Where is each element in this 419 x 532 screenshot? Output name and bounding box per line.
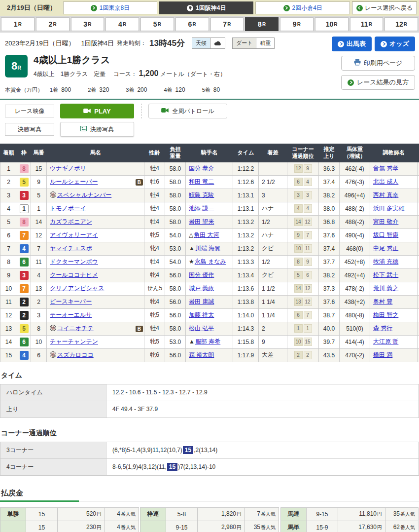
race-tab[interactable]: 3R	[71, 17, 105, 31]
play-video-button[interactable]: PLAY	[60, 104, 134, 118]
race-tab[interactable]: 9R	[280, 17, 314, 31]
entry-table-button[interactable]: 出馬表	[332, 37, 372, 51]
horse-name-link[interactable]: スズカロココ	[57, 351, 94, 358]
col-time: タイム	[233, 144, 259, 162]
horse-name-link[interactable]: ピースキーパー	[50, 298, 92, 305]
day-tab-hanshin-active[interactable]: 1回阪神4日	[159, 1, 253, 14]
prize-list: 1着800 2着320 3着200 4着120 5着80	[50, 86, 220, 94]
sex-age-cell: 牝6	[144, 348, 165, 362]
day-tab-tokyo[interactable]: 1回東京8日	[63, 1, 157, 14]
time-cell: 1:14.3	[233, 322, 259, 335]
race-tab[interactable]: 11R	[350, 17, 384, 31]
trainer-link[interactable]: 音無 秀孝	[373, 165, 398, 172]
last3f-cell: 36.3	[319, 162, 340, 175]
win-amount: 520円	[58, 507, 105, 521]
race-tab[interactable]: 8R	[245, 17, 279, 31]
jockey-link[interactable]: 鮫島 克駿	[189, 191, 214, 198]
trainer-link[interactable]: 牧浦 充徳	[373, 258, 398, 265]
race-tab-suffix: R	[53, 22, 56, 27]
horse-name-link[interactable]: ルールシェーバー	[50, 178, 98, 185]
trainer-link[interactable]: 森 秀行	[373, 325, 392, 332]
entry-table-label: 出馬表	[347, 39, 366, 48]
corner-table: 3コーナー (6,*8)5-1,4(3,9)11,12(10,7)15,2(13…	[0, 442, 419, 476]
body-weight-cell: 496(+4)	[340, 189, 370, 202]
race-tab-number: 12	[395, 20, 403, 28]
jockey-link[interactable]: 川端 海翼	[195, 245, 220, 252]
jockey-link[interactable]: 永島 まなみ	[195, 258, 226, 265]
odds-button[interactable]: オッズ	[375, 37, 415, 51]
horse-name-link[interactable]: トモノボーイ	[50, 205, 86, 212]
exacta-popularity: 62番人気	[385, 521, 419, 532]
weight-carried-cell: 53.0	[165, 335, 186, 348]
jockey-link[interactable]: 和田 竜二	[189, 178, 214, 185]
trainer-link[interactable]: 坂口 智康	[373, 231, 398, 238]
race-tab[interactable]: 10R	[315, 17, 349, 31]
horse-name-link[interactable]: アイヴォリーアイ	[50, 231, 98, 238]
margin-cell: 大差	[259, 348, 287, 362]
trainer-link[interactable]: 橋田 満	[373, 351, 392, 358]
jockey-link[interactable]: 松山 弘平	[189, 325, 214, 332]
back-to-race-select-button[interactable]: レース選択へ戻る	[352, 1, 417, 14]
trainer-link[interactable]: 宮田 敬介	[373, 218, 398, 225]
trainer-link[interactable]: 松下 武士	[373, 271, 398, 278]
body-weight-cell: 480(-8)	[340, 308, 370, 322]
prize-item: 3着200	[126, 86, 147, 94]
horse-name-link[interactable]: スペシャルナンバー	[57, 191, 111, 198]
jockey-link[interactable]: 角田 大河	[194, 231, 219, 238]
race-tab[interactable]: 6R	[175, 17, 209, 31]
horse-name-link[interactable]: カズラポニアン	[50, 218, 92, 225]
sex-age-cell: 牝4	[144, 295, 165, 308]
trainer-link[interactable]: 奥村 豊	[373, 298, 392, 305]
horse-name-link[interactable]: ヤマイチエスポ	[50, 245, 92, 252]
jockey-link[interactable]: 加藤 祥太	[189, 311, 214, 318]
jockey-link[interactable]: 国分 優作	[189, 271, 214, 278]
finish-pos-cell: 6	[0, 228, 17, 242]
race-tab[interactable]: 5R	[140, 17, 174, 31]
horse-no-cell: 14	[31, 215, 47, 228]
jockey-link[interactable]: 森 裕太朗	[189, 351, 214, 358]
corner3-pos: 10	[294, 338, 303, 346]
horse-name-link[interactable]: クリノアンビシャス	[50, 285, 105, 292]
trainer-link[interactable]: 荒川 義之	[373, 285, 398, 292]
trainer-link[interactable]: 北出 成人	[373, 178, 398, 185]
horse-name-cell: チャーチャンテン	[47, 335, 144, 348]
printer-icon	[354, 59, 361, 67]
trainer-link[interactable]: 浜田 多実雄	[373, 205, 404, 212]
patrol-video-button[interactable]: 全周パトロール	[148, 104, 227, 118]
print-page-button[interactable]: 印刷用ページ	[341, 56, 415, 71]
jockey-link[interactable]: 国分 恭介	[189, 165, 214, 172]
finish-pos-cell: 4	[0, 202, 17, 215]
jockey-link[interactable]: 服部 寿希	[195, 338, 220, 345]
win-popularity-cell: 3	[418, 228, 419, 242]
jockey-link[interactable]: 岩田 望来	[189, 218, 214, 225]
race-header: 2023年2月19日（日曜） 1回阪神4日 発走時刻： 13時45分 天候 ダー…	[0, 33, 419, 100]
jockey-link[interactable]: 池添 謙一	[189, 205, 214, 212]
prize-place: 2着	[88, 86, 96, 94]
results-guide-button[interactable]: レース結果の見方	[341, 75, 415, 90]
horse-name-link[interactable]: ウナギノボリ	[50, 165, 86, 172]
race-tab[interactable]: 7R	[210, 17, 244, 31]
horse-name-link[interactable]: コイニオチテ	[57, 325, 94, 332]
trainer-link[interactable]: 西村 真幸	[373, 191, 398, 198]
jockey-link[interactable]: 岩田 康誠	[189, 298, 214, 305]
race-tab[interactable]: 2R	[36, 17, 70, 31]
result-row: 4 1 1 トモノボーイ 牡4 58.0 池添 謙一 1:13.1 ハナ 44 …	[0, 202, 419, 215]
race-tab-suffix: R	[227, 22, 231, 27]
jockey-link[interactable]: 城戸 義政	[189, 285, 214, 292]
finish-photo-button[interactable]: 決勝写真	[60, 122, 134, 137]
horse-name-link[interactable]: テーオーエルサ	[50, 311, 92, 318]
day-tab-kokura[interactable]: 2回小倉4日	[255, 1, 349, 14]
race-date-text: 2023年2月19日（日曜） 1回阪神4日	[5, 39, 114, 48]
race-tab[interactable]: 1R	[1, 17, 35, 31]
wide-popularity: 35番人気	[245, 521, 279, 532]
horse-name-link[interactable]: チャーチャンテン	[50, 338, 98, 345]
trainer-link[interactable]: 大江原 哲	[373, 338, 398, 345]
col-corner-order: コーナー 通過順位	[287, 144, 319, 162]
horse-name-link[interactable]: ドクターマンボウ	[50, 258, 98, 265]
race-tab[interactable]: 4R	[105, 17, 139, 31]
race-tab[interactable]: 12R	[384, 17, 418, 31]
horse-name-link[interactable]: クールココナヒメ	[50, 271, 98, 278]
trainer-link[interactable]: 梅田 智之	[373, 311, 398, 318]
trainer-link[interactable]: 中尾 秀正	[373, 245, 398, 252]
frame-badge: 4	[20, 244, 29, 253]
